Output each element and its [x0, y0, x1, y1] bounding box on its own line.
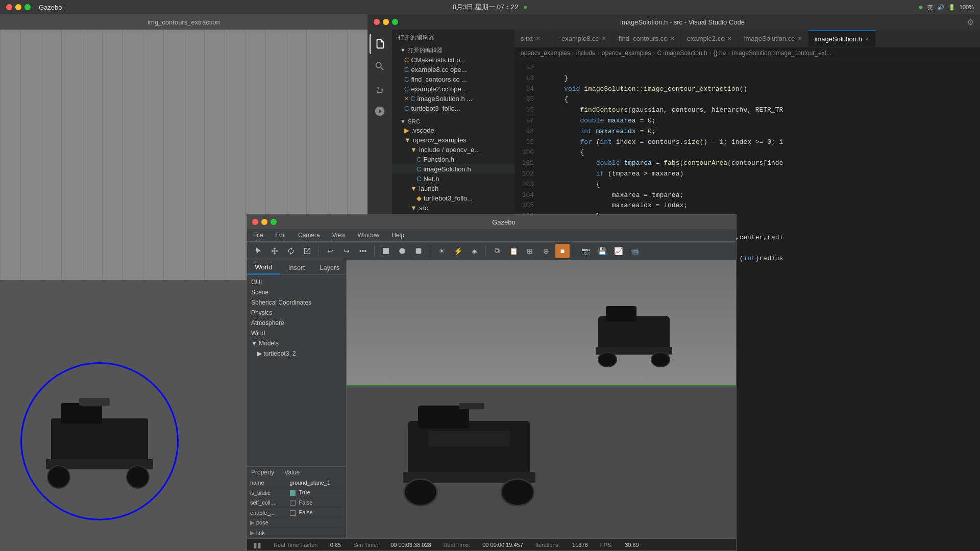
vscode-settings-icon[interactable]: ⚙	[967, 17, 974, 27]
world-item-gui[interactable]: GUI	[247, 277, 346, 287]
tool-active[interactable]: ■	[555, 244, 570, 258]
folder-include[interactable]: ▼ include / opencv_e...	[392, 145, 514, 155]
tool-more[interactable]: •••	[356, 244, 370, 258]
debug-icon[interactable]	[370, 101, 390, 121]
tab-insert[interactable]: Insert	[280, 260, 313, 274]
tool-paste[interactable]: 📋	[506, 244, 521, 258]
maximize-button[interactable]	[24, 4, 31, 10]
tool-redo[interactable]: ↪	[339, 244, 354, 258]
file-imagesolution-h[interactable]: C imageSolution.h	[392, 164, 514, 174]
search-icon[interactable]	[370, 56, 390, 77]
open-file-example8[interactable]: C example8.cc ope...	[392, 65, 514, 74]
tool-cylinder[interactable]	[411, 244, 426, 258]
open-file-find-contours[interactable]: C find_contours.cc ...	[392, 74, 514, 84]
prop-row-link[interactable]: ▶link	[247, 528, 346, 538]
prop-link-label[interactable]: ▶link	[247, 528, 287, 538]
tool-box[interactable]	[379, 244, 393, 258]
gz-maximize[interactable]	[271, 219, 277, 225]
tool-video[interactable]: 📹	[627, 244, 642, 258]
prop-enable-value[interactable]: False	[287, 508, 346, 518]
tool-joint[interactable]: ⊕	[539, 244, 553, 258]
open-file-cmakelists[interactable]: C CMakeLists.txt o...	[392, 55, 514, 65]
selfcoll-checkbox[interactable]	[290, 500, 296, 506]
close-button[interactable]	[6, 4, 12, 10]
git-icon[interactable]	[370, 79, 390, 99]
explorer-icon[interactable]	[370, 34, 390, 54]
gz-close[interactable]	[252, 219, 258, 225]
folder-src-inner[interactable]: ▼ src	[392, 203, 514, 213]
tool-copy[interactable]: ⧉	[490, 244, 504, 258]
src-section[interactable]: ▼ SRC	[392, 117, 514, 126]
function-h-icon: C	[416, 156, 421, 163]
menu-help[interactable]: Help	[389, 232, 406, 239]
tool-tree[interactable]: ⊞	[523, 244, 537, 258]
play-pause-button[interactable]: ▮▮	[253, 541, 261, 549]
world-item-spherical-coords[interactable]: Spherical Coordinates	[247, 297, 346, 308]
open-file-imagesolution-cc[interactable]: ✕ C imageSolution.h ...	[392, 94, 514, 104]
prop-name-value[interactable]: ground_plane_1	[287, 478, 346, 488]
tab-close-find-contours[interactable]: ✕	[670, 36, 674, 41]
world-item-atmosphere[interactable]: Atmosphere	[247, 318, 346, 328]
menu-window[interactable]: Window	[356, 232, 382, 239]
close-tab-icon[interactable]: ✕	[404, 96, 408, 102]
world-item-physics[interactable]: Physics	[247, 308, 346, 318]
fps-label: FPS:	[600, 542, 612, 548]
tab-layers[interactable]: Layers	[313, 260, 346, 274]
tab-world[interactable]: World	[247, 260, 280, 274]
tool-select[interactable]	[251, 244, 265, 258]
tool-sun[interactable]: ☀	[434, 244, 449, 258]
tool-undo[interactable]: ↩	[323, 244, 337, 258]
tab-example2[interactable]: example2.cc ✕	[681, 30, 738, 47]
vscode-close[interactable]	[374, 19, 380, 25]
minimize-button[interactable]	[15, 4, 21, 10]
tool-camera-capture[interactable]: 📷	[578, 244, 593, 258]
file-net-h[interactable]: C Net.h	[392, 174, 514, 184]
enable-checkbox[interactable]	[290, 510, 296, 516]
tab-close-s-txt[interactable]: ✕	[536, 36, 540, 41]
gz-3d-viewport[interactable]	[347, 260, 736, 538]
file-function-h[interactable]: C Function.h	[392, 155, 514, 164]
isstatic-checkbox[interactable]	[290, 490, 296, 496]
open-editors-section[interactable]: ▼ 打开的编辑器	[392, 45, 514, 55]
title-bar-left: Gazebo	[6, 4, 62, 11]
tool-scale[interactable]	[300, 244, 314, 258]
tool-save[interactable]: 💾	[595, 244, 609, 258]
tab-imagesolution-cc[interactable]: imageSolution.cc ✕	[738, 30, 808, 47]
tool-translate[interactable]	[267, 244, 282, 258]
tab-close-example8[interactable]: ✕	[602, 36, 606, 41]
world-item-wind[interactable]: Wind	[247, 328, 346, 338]
open-file-turtlebot-follow[interactable]: C turtlebot3_follo...	[392, 104, 514, 113]
prop-row-pose[interactable]: ▶pose	[247, 518, 346, 528]
menu-camera[interactable]: Camera	[296, 232, 322, 239]
tool-point[interactable]: ◈	[467, 244, 481, 258]
world-item-scene[interactable]: Scene	[247, 287, 346, 297]
tool-rotate[interactable]	[284, 244, 298, 258]
tab-example8[interactable]: example8.cc ✕	[555, 30, 612, 47]
world-item-models[interactable]: ▼ Models	[247, 338, 346, 348]
open-file-example2[interactable]: C example2.cc ope...	[392, 84, 514, 94]
tab-s-txt[interactable]: s.txt ✕	[514, 30, 555, 47]
gazebo-window: Gazebo File Edit Camera View Window Help…	[247, 214, 737, 551]
gz-minimize[interactable]	[261, 219, 267, 225]
folder-vscode[interactable]: ▶ .vscode	[392, 126, 514, 135]
tool-spot[interactable]: ⚡	[451, 244, 465, 258]
prop-isstatic-value[interactable]: True	[287, 488, 346, 498]
folder-launch[interactable]: ▼ launch	[392, 184, 514, 193]
tab-close-imagesolution-h[interactable]: ✕	[865, 36, 869, 42]
tab-find-contours[interactable]: find_contours.cc ✕	[612, 30, 681, 47]
menu-view[interactable]: View	[330, 232, 348, 239]
menu-file[interactable]: File	[251, 232, 265, 239]
vscode-maximize[interactable]	[392, 19, 398, 25]
folder-opencv-examples[interactable]: ▼ opencv_examples	[392, 135, 514, 145]
world-item-turtlebot3[interactable]: ▶ turtlebot3_2	[247, 348, 346, 359]
tab-imagesolution-h[interactable]: imageSolution.h ✕	[808, 30, 876, 47]
vscode-minimize[interactable]	[383, 19, 389, 25]
tab-close-imagesolution-cc[interactable]: ✕	[798, 36, 802, 41]
file-turtlebot3-follow[interactable]: ◆ turtlebot3_follo...	[392, 193, 514, 203]
prop-pose-label[interactable]: ▶pose	[247, 518, 287, 528]
tab-close-example2[interactable]: ✕	[727, 36, 731, 41]
tool-sphere[interactable]	[395, 244, 409, 258]
prop-selfcoll-value[interactable]: False	[287, 497, 346, 508]
menu-edit[interactable]: Edit	[273, 232, 288, 239]
tool-chart[interactable]: 📈	[611, 244, 625, 258]
